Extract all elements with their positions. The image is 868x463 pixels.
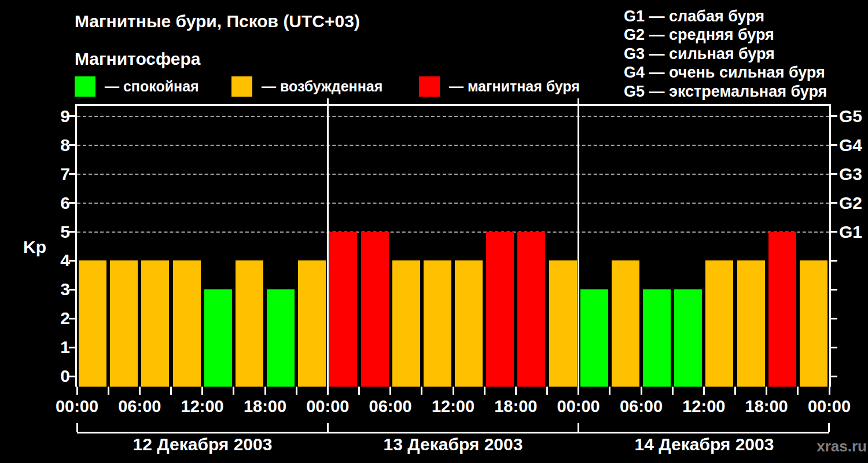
y-tick-label: 5 [0,222,70,242]
x-tick [484,387,486,395]
kp-bar [517,232,545,387]
g-axis-label-g5: G5 [839,106,862,127]
g-axis-label-g4: G4 [839,135,862,156]
kp-bar [643,289,671,387]
x-tick [139,387,141,395]
page-title: Магнитные бури, Псков (UTC+03) [75,12,360,31]
x-tick [327,387,329,395]
legend-label-quiet: — спокойная [105,78,199,95]
kp-bar [329,232,357,387]
date-bracket-tick [327,423,329,432]
x-tick [766,387,767,395]
x-tick [546,387,548,395]
x-tick [672,387,674,395]
legend-swatch-excited-icon [231,76,252,97]
x-tick [515,387,517,395]
date-bracket-tick [578,423,579,432]
legend-swatch-storm-icon [419,76,440,97]
x-tick [609,387,610,395]
y-tick-right [831,318,837,319]
x-tick [264,387,266,395]
y-tick-right [831,173,837,175]
y-tick-label: 2 [0,308,70,329]
subtitle-magnetosphere: Магнитосфера [75,49,201,69]
day-divider [578,106,579,387]
g-legend-line-g3: G3 — сильная буря [624,45,827,63]
legend-swatch-quiet-icon [75,76,95,97]
kp-bar [267,289,295,387]
y-tick-right [831,376,837,377]
kp-bar [800,260,827,387]
y-tick-label: 3 [0,279,70,300]
x-tick [170,387,172,395]
date-bracket-tick [828,423,830,432]
y-tick-label: 4 [0,250,70,271]
kp-bar [612,260,639,387]
legend-item-storm: — магнитная буря [419,76,580,97]
x-tick [389,387,391,395]
date-bracket-tick [76,423,78,432]
watermark-xras: xras.ru [746,438,867,455]
x-tick [578,387,579,395]
kp-bar [549,260,577,387]
kp-bar [173,260,201,387]
y-tick-label: 8 [0,135,70,156]
x-tick [201,387,203,395]
y-tick-right [831,115,837,117]
x-tick [641,387,642,395]
legend-label-excited: — возбужденная [262,78,382,95]
legend-item-excited: — возбужденная [231,76,382,97]
kp-bar [110,260,138,387]
x-tick-label: 00:00 [789,397,868,416]
gridline-kp7 [77,174,829,175]
top-day-tick [578,98,579,104]
y-tick-label: 6 [0,193,70,214]
y-tick-label: 9 [0,106,70,127]
kp-bar [141,260,169,387]
kp-bar [392,260,420,387]
x-tick [233,387,234,395]
kp-bar [580,289,608,387]
kp-bar [737,260,765,387]
g-scale-legend: G1 — слабая буря G2 — средняя буря G3 — … [624,7,827,101]
kp-bar [298,260,326,387]
day-label-13-dec: 13 Декабря 2003 [328,435,579,454]
y-tick-right [831,347,837,348]
y-tick-right [831,144,837,146]
kp-bar [361,232,389,387]
gridline-kp5 [77,232,829,233]
y-tick-right [831,231,837,233]
kp-bar [486,232,514,387]
y-tick-right [831,289,837,291]
kp-bar [674,289,702,387]
kp-bar [768,232,796,387]
kp-bar [204,289,232,387]
g-legend-line-g1: G1 — слабая буря [624,7,827,25]
y-tick-right [831,202,837,204]
kp-bar [236,260,263,387]
x-tick [734,387,736,395]
g-axis-label-g1: G1 [839,222,862,242]
day-label-12-dec: 12 Декабря 2003 [77,435,328,454]
kp-bar [705,260,733,387]
date-bracket-line [77,432,829,433]
gridline-kp8 [77,145,829,146]
x-tick [453,387,454,395]
kp-bar [455,260,483,387]
gridline-kp9 [77,116,829,117]
y-tick-label: 1 [0,337,70,358]
x-tick [421,387,422,395]
top-day-tick [327,98,329,104]
g-legend-line-g2: G2 — средняя буря [624,25,827,44]
x-tick [76,387,78,395]
day-divider [327,106,329,387]
x-tick [797,387,799,395]
x-tick [108,387,109,395]
x-tick [703,387,705,395]
kp-bar [79,260,106,387]
gridline-kp6 [77,203,829,204]
kp-bar [424,260,451,387]
y-tick-label: 7 [0,164,70,185]
x-tick [296,387,297,395]
y-tick-right [831,260,837,262]
